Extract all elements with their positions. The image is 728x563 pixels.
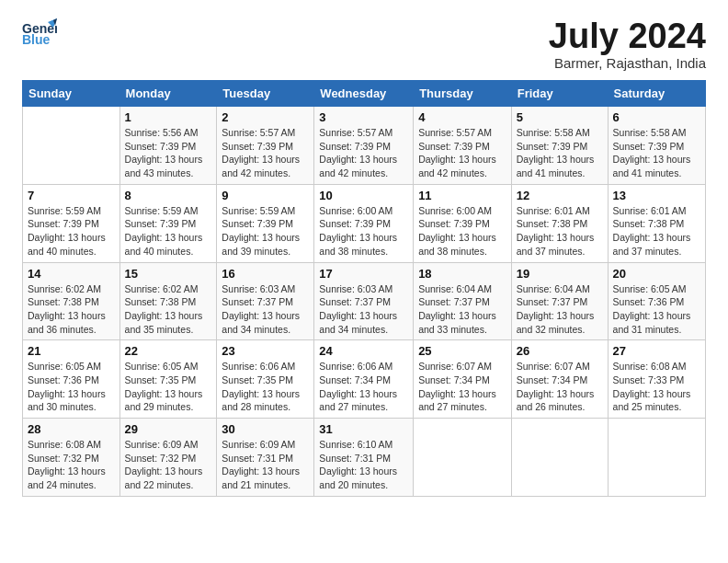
- day-info: Sunrise: 6:08 AMSunset: 7:32 PMDaylight:…: [28, 438, 115, 492]
- day-info: Sunrise: 6:01 AMSunset: 7:38 PMDaylight:…: [613, 204, 700, 259]
- col-header-tuesday: Tuesday: [217, 81, 314, 107]
- day-number: 2: [222, 110, 309, 124]
- calendar-cell: 26Sunrise: 6:07 AMSunset: 7:34 PMDayligh…: [511, 340, 608, 419]
- day-number: 31: [319, 422, 408, 436]
- page-header: General Blue July 2024 Barmer, Rajasthan…: [22, 18, 706, 71]
- day-info: Sunrise: 6:04 AMSunset: 7:37 PMDaylight:…: [517, 282, 603, 337]
- col-header-thursday: Thursday: [414, 81, 512, 107]
- calendar-cell: 24Sunrise: 6:06 AMSunset: 7:34 PMDayligh…: [314, 340, 414, 419]
- calendar-cell: [414, 419, 512, 497]
- calendar-cell: 27Sunrise: 6:08 AMSunset: 7:33 PMDayligh…: [608, 340, 705, 419]
- day-number: 3: [319, 110, 408, 124]
- calendar-cell: 1Sunrise: 5:56 AMSunset: 7:39 PMDaylight…: [119, 107, 217, 185]
- calendar-cell: 8Sunrise: 5:59 AMSunset: 7:39 PMDaylight…: [119, 184, 217, 262]
- day-number: 15: [125, 267, 212, 281]
- day-info: Sunrise: 6:07 AMSunset: 7:34 PMDaylight:…: [418, 360, 506, 414]
- day-info: Sunrise: 6:02 AMSunset: 7:38 PMDaylight:…: [28, 282, 115, 337]
- calendar-cell: 9Sunrise: 5:59 AMSunset: 7:39 PMDaylight…: [217, 184, 314, 262]
- day-number: 29: [125, 422, 212, 436]
- calendar-cell: 14Sunrise: 6:02 AMSunset: 7:38 PMDayligh…: [23, 262, 120, 340]
- calendar-cell: 30Sunrise: 6:09 AMSunset: 7:31 PMDayligh…: [217, 419, 314, 497]
- title-block: July 2024 Barmer, Rajasthan, India: [549, 18, 706, 71]
- logo-icon: General Blue: [22, 18, 57, 48]
- day-info: Sunrise: 6:05 AMSunset: 7:36 PMDaylight:…: [28, 360, 115, 414]
- day-info: Sunrise: 6:06 AMSunset: 7:35 PMDaylight:…: [222, 360, 309, 414]
- day-info: Sunrise: 6:04 AMSunset: 7:37 PMDaylight:…: [418, 282, 506, 337]
- col-header-wednesday: Wednesday: [314, 81, 414, 107]
- day-number: 17: [319, 267, 408, 281]
- day-info: Sunrise: 5:58 AMSunset: 7:39 PMDaylight:…: [517, 126, 603, 180]
- day-number: 6: [613, 110, 700, 124]
- calendar-cell: 28Sunrise: 6:08 AMSunset: 7:32 PMDayligh…: [23, 419, 120, 497]
- day-info: Sunrise: 6:02 AMSunset: 7:38 PMDaylight:…: [125, 282, 212, 337]
- calendar-cell: 15Sunrise: 6:02 AMSunset: 7:38 PMDayligh…: [119, 262, 217, 340]
- day-number: 11: [418, 189, 506, 202]
- day-info: Sunrise: 5:57 AMSunset: 7:39 PMDaylight:…: [418, 126, 506, 180]
- day-number: 21: [28, 344, 115, 358]
- calendar-cell: 18Sunrise: 6:04 AMSunset: 7:37 PMDayligh…: [414, 262, 512, 340]
- day-number: 24: [319, 344, 408, 358]
- day-number: 16: [222, 267, 309, 281]
- day-info: Sunrise: 6:08 AMSunset: 7:33 PMDaylight:…: [613, 360, 700, 414]
- day-number: 19: [517, 267, 603, 281]
- week-row-4: 21Sunrise: 6:05 AMSunset: 7:36 PMDayligh…: [23, 340, 706, 419]
- day-number: 4: [418, 110, 506, 124]
- day-number: 28: [28, 422, 115, 436]
- day-number: 20: [613, 267, 700, 281]
- day-number: 27: [613, 344, 700, 358]
- day-info: Sunrise: 5:59 AMSunset: 7:39 PMDaylight:…: [222, 204, 309, 259]
- day-info: Sunrise: 6:06 AMSunset: 7:34 PMDaylight:…: [319, 360, 408, 414]
- calendar-cell: 12Sunrise: 6:01 AMSunset: 7:38 PMDayligh…: [511, 184, 608, 262]
- day-info: Sunrise: 6:01 AMSunset: 7:38 PMDaylight:…: [517, 204, 603, 259]
- day-info: Sunrise: 6:09 AMSunset: 7:32 PMDaylight:…: [125, 438, 212, 492]
- week-row-5: 28Sunrise: 6:08 AMSunset: 7:32 PMDayligh…: [23, 419, 706, 497]
- svg-text:Blue: Blue: [22, 32, 51, 47]
- day-info: Sunrise: 6:03 AMSunset: 7:37 PMDaylight:…: [222, 282, 309, 337]
- day-info: Sunrise: 5:56 AMSunset: 7:39 PMDaylight:…: [125, 126, 212, 180]
- day-number: 18: [418, 267, 506, 281]
- day-number: 8: [125, 189, 212, 202]
- calendar-cell: 16Sunrise: 6:03 AMSunset: 7:37 PMDayligh…: [217, 262, 314, 340]
- day-info: Sunrise: 6:00 AMSunset: 7:39 PMDaylight:…: [319, 204, 408, 259]
- col-header-monday: Monday: [119, 81, 217, 107]
- calendar-cell: 19Sunrise: 6:04 AMSunset: 7:37 PMDayligh…: [511, 262, 608, 340]
- calendar-cell: [608, 419, 705, 497]
- day-number: 22: [125, 344, 212, 358]
- calendar-cell: 21Sunrise: 6:05 AMSunset: 7:36 PMDayligh…: [23, 340, 120, 419]
- calendar-cell: 6Sunrise: 5:58 AMSunset: 7:39 PMDaylight…: [608, 107, 705, 185]
- header-row: SundayMondayTuesdayWednesdayThursdayFrid…: [23, 81, 706, 107]
- day-number: 5: [517, 110, 603, 124]
- day-number: 7: [28, 189, 115, 202]
- week-row-2: 7Sunrise: 5:59 AMSunset: 7:39 PMDaylight…: [23, 184, 706, 262]
- logo: General Blue: [22, 18, 57, 48]
- col-header-friday: Friday: [511, 81, 608, 107]
- calendar-cell: 20Sunrise: 6:05 AMSunset: 7:36 PMDayligh…: [608, 262, 705, 340]
- calendar-cell: 11Sunrise: 6:00 AMSunset: 7:39 PMDayligh…: [414, 184, 512, 262]
- day-info: Sunrise: 6:05 AMSunset: 7:35 PMDaylight:…: [125, 360, 212, 414]
- day-number: 1: [125, 110, 212, 124]
- calendar-cell: [511, 419, 608, 497]
- calendar-cell: 17Sunrise: 6:03 AMSunset: 7:37 PMDayligh…: [314, 262, 414, 340]
- week-row-1: 1Sunrise: 5:56 AMSunset: 7:39 PMDaylight…: [23, 107, 706, 185]
- day-info: Sunrise: 6:09 AMSunset: 7:31 PMDaylight:…: [222, 438, 309, 492]
- day-info: Sunrise: 5:59 AMSunset: 7:39 PMDaylight:…: [125, 204, 212, 259]
- day-number: 12: [517, 189, 603, 202]
- calendar-cell: [23, 107, 120, 185]
- day-number: 25: [418, 344, 506, 358]
- calendar-cell: 7Sunrise: 5:59 AMSunset: 7:39 PMDaylight…: [23, 184, 120, 262]
- day-info: Sunrise: 6:07 AMSunset: 7:34 PMDaylight:…: [517, 360, 603, 414]
- day-number: 30: [222, 422, 309, 436]
- day-info: Sunrise: 6:05 AMSunset: 7:36 PMDaylight:…: [613, 282, 700, 337]
- day-number: 23: [222, 344, 309, 358]
- calendar-cell: 5Sunrise: 5:58 AMSunset: 7:39 PMDaylight…: [511, 107, 608, 185]
- day-info: Sunrise: 5:57 AMSunset: 7:39 PMDaylight:…: [319, 126, 408, 180]
- calendar-cell: 25Sunrise: 6:07 AMSunset: 7:34 PMDayligh…: [414, 340, 512, 419]
- day-number: 10: [319, 189, 408, 202]
- location: Barmer, Rajasthan, India: [549, 55, 706, 71]
- day-number: 13: [613, 189, 700, 202]
- calendar-cell: 29Sunrise: 6:09 AMSunset: 7:32 PMDayligh…: [119, 419, 217, 497]
- day-number: 14: [28, 267, 115, 281]
- day-info: Sunrise: 5:58 AMSunset: 7:39 PMDaylight:…: [613, 126, 700, 180]
- col-header-saturday: Saturday: [608, 81, 705, 107]
- calendar-cell: 3Sunrise: 5:57 AMSunset: 7:39 PMDaylight…: [314, 107, 414, 185]
